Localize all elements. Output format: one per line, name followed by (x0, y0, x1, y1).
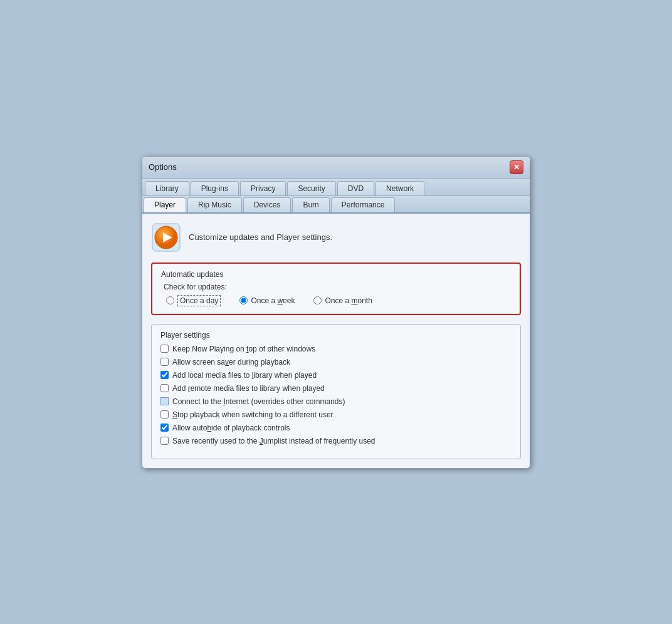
tab-rip-music[interactable]: Rip Music (187, 197, 242, 212)
player-settings-label: Player settings (160, 331, 512, 340)
cb-save-jumplist-input[interactable] (160, 437, 169, 445)
tab-performance[interactable]: Performance (331, 197, 396, 212)
cb-screen-saver-label: Allow screen saver during playback (172, 358, 290, 367)
cb-save-jumplist-label: Save recently used to the Jumplist inste… (172, 437, 375, 445)
radio-once-week-input[interactable] (239, 296, 248, 304)
content-area: Customize updates and Player settings. A… (142, 214, 530, 468)
cb-screen-saver[interactable]: Allow screen saver during playback (160, 358, 512, 367)
cb-connect-internet-visual (160, 397, 169, 405)
tab-burn[interactable]: Burn (292, 197, 329, 212)
cb-save-jumplist[interactable]: Save recently used to the Jumplist inste… (160, 437, 512, 445)
radio-once-month-label: Once a month (325, 296, 372, 305)
cb-add-local-media[interactable]: Add local media files to library when pl… (160, 371, 512, 380)
cb-keep-now-playing[interactable]: Keep Now Playing on top of other windows (160, 345, 512, 353)
cb-add-local-media-input[interactable] (160, 371, 169, 379)
cb-screen-saver-input[interactable] (160, 358, 169, 366)
radio-once-week[interactable]: Once a week (239, 296, 295, 305)
player-settings-group: Player settings Keep Now Playing on top … (151, 324, 521, 459)
radio-once-week-label: Once a week (251, 296, 295, 305)
tab-player[interactable]: Player (144, 197, 186, 212)
auto-updates-label: Automatic updates (161, 270, 511, 279)
tabs-second-row: Player Rip Music Devices Burn Performanc… (142, 196, 530, 214)
player-icon (151, 222, 181, 252)
cb-keep-now-playing-label: Keep Now Playing on top of other windows (172, 345, 315, 353)
tab-plugins[interactable]: Plug-ins (191, 181, 239, 195)
tab-library[interactable]: Library (145, 181, 189, 195)
auto-updates-group: Automatic updates Check for updates: Onc… (151, 263, 521, 315)
cb-connect-internet[interactable]: Connect to the Internet (overrides other… (160, 397, 512, 406)
check-for-updates-label: Check for updates: (164, 283, 511, 291)
tab-privacy[interactable]: Privacy (240, 181, 286, 195)
radio-once-day-input[interactable] (166, 296, 174, 304)
title-bar: Options ✕ (142, 157, 530, 179)
tab-network[interactable]: Network (375, 181, 424, 195)
close-button[interactable]: ✕ (510, 160, 523, 174)
window-title: Options (149, 162, 177, 172)
cb-autohide-label: Allow autohide of playback controls (172, 424, 290, 432)
radio-once-month-input[interactable] (313, 296, 322, 304)
cb-add-remote-media-label: Add remote media files to library when p… (172, 384, 325, 393)
cb-connect-internet-label: Connect to the Internet (overrides other… (172, 397, 345, 406)
cb-stop-playback-label: Stop playback when switching to a differ… (172, 410, 333, 419)
tabs-top-row: Library Plug-ins Privacy Security DVD Ne… (142, 179, 530, 196)
radio-once-day[interactable]: Once a day (166, 296, 221, 305)
cb-add-remote-media[interactable]: Add remote media files to library when p… (160, 384, 512, 393)
radio-once-month[interactable]: Once a month (313, 296, 372, 305)
header-description: Customize updates and Player settings. (189, 232, 332, 242)
tab-security[interactable]: Security (287, 181, 335, 195)
cb-keep-now-playing-input[interactable] (160, 345, 169, 353)
options-window: Options ✕ Library Plug-ins Privacy Secur… (142, 156, 530, 469)
cb-autohide-input[interactable] (160, 424, 169, 432)
cb-stop-playback[interactable]: Stop playback when switching to a differ… (160, 410, 512, 419)
cb-add-remote-media-input[interactable] (160, 384, 169, 392)
radio-once-day-label: Once a day (177, 296, 221, 305)
cb-autohide[interactable]: Allow autohide of playback controls (160, 424, 512, 432)
cb-add-local-media-label: Add local media files to library when pl… (172, 371, 317, 380)
tab-dvd[interactable]: DVD (337, 181, 374, 195)
update-options-row: Once a day Once a week Once a month (166, 296, 511, 305)
tab-devices[interactable]: Devices (243, 197, 291, 212)
cb-stop-playback-input[interactable] (160, 410, 169, 419)
header-section: Customize updates and Player settings. (151, 222, 521, 252)
